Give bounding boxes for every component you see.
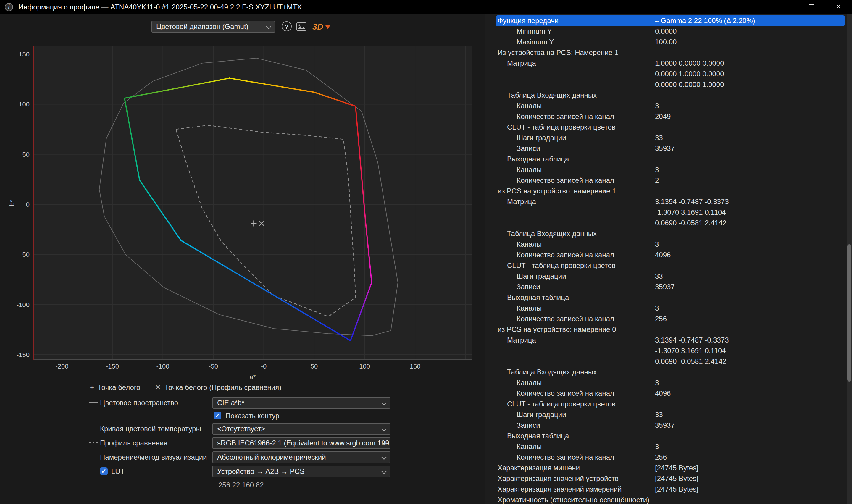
info-table-row[interactable]: Матрица3.1394 -0.7487 -0.3373 bbox=[485, 335, 847, 345]
plot-type-select[interactable]: Цветовой диапазон (Gamut) bbox=[151, 21, 275, 33]
svg-text:150: 150 bbox=[19, 51, 30, 58]
info-table-row[interactable]: Каналы3 bbox=[485, 303, 847, 313]
plus-marker-icon: + bbox=[90, 383, 94, 392]
info-table-row[interactable]: Записи35937 bbox=[485, 282, 847, 292]
info-row-value: 256 bbox=[655, 453, 847, 462]
info-row-label: Записи bbox=[485, 144, 655, 152]
colorspace-label: Цветовое пространство bbox=[100, 397, 178, 409]
info-table-row[interactable]: Выходная таблица bbox=[485, 431, 847, 441]
svg-text:-0: -0 bbox=[24, 201, 30, 208]
info-table-row[interactable]: Minimum Y0.0000 bbox=[485, 26, 847, 37]
info-table-row[interactable]: -1.3070 3.1691 0.1104 bbox=[485, 207, 847, 218]
info-row-label: Каналы bbox=[485, 240, 655, 249]
info-table-row[interactable]: Количество записей на канал2 bbox=[485, 175, 847, 186]
info-row-value: 4096 bbox=[655, 251, 847, 259]
info-table-row[interactable]: Записи35937 bbox=[485, 420, 847, 431]
maximize-button[interactable] bbox=[798, 0, 825, 14]
svg-text:150: 150 bbox=[410, 363, 421, 370]
info-table-row[interactable]: 0.0690 -0.0581 2.4142 bbox=[485, 218, 847, 228]
info-row-value: -1.3070 3.1691 0.1104 bbox=[655, 208, 847, 216]
info-row-value: 35937 bbox=[655, 421, 847, 430]
info-table-row[interactable]: CLUT - таблица проверки цветов bbox=[485, 260, 847, 271]
minimize-button[interactable] bbox=[771, 0, 798, 14]
lut-value: Устройство → A2B → PCS bbox=[217, 467, 304, 475]
dashed-line-icon bbox=[89, 443, 97, 443]
help-button[interactable]: ? bbox=[282, 21, 292, 31]
info-table-row[interactable]: Каналы3 bbox=[485, 239, 847, 250]
info-table-row[interactable]: CLUT - таблица проверки цветов bbox=[485, 399, 847, 409]
legend-white-point: +Точка белого bbox=[90, 382, 140, 393]
info-table-row[interactable]: Количество записей на канал2049 bbox=[485, 111, 847, 122]
info-table-row[interactable]: Шаги градации33 bbox=[485, 271, 847, 282]
info-table-row[interactable]: Количество записей на канал4096 bbox=[485, 250, 847, 260]
scrollbar[interactable] bbox=[847, 14, 852, 504]
info-table-row[interactable]: Каналы3 bbox=[485, 164, 847, 175]
scrollbar-thumb[interactable] bbox=[847, 244, 851, 381]
info-table-row[interactable]: Матрица3.1394 -0.7487 -0.3373 bbox=[485, 196, 847, 207]
svg-text:-100: -100 bbox=[156, 363, 169, 370]
lut-select[interactable]: Устройство → A2B → PCS bbox=[213, 466, 391, 478]
info-row-value: 2049 bbox=[655, 112, 847, 121]
info-row-label: Количество записей на канал bbox=[485, 251, 655, 259]
show-outline-checkbox[interactable]: ✓ bbox=[214, 412, 221, 419]
info-table-row[interactable]: Каналы3 bbox=[485, 377, 847, 388]
svg-text:-150: -150 bbox=[17, 351, 30, 359]
info-table-row[interactable]: Каналы3 bbox=[485, 101, 847, 111]
info-table-row[interactable]: Характеризация мишени[24745 Bytes] bbox=[485, 463, 847, 473]
info-table-row[interactable]: Хроматичность (относительно освещённости… bbox=[485, 494, 847, 504]
info-table-row[interactable]: Таблица Входящих данных bbox=[485, 90, 847, 101]
info-row-label: Характеризация значений измерений bbox=[485, 485, 655, 493]
temperature-curve-select[interactable]: <Отсутствует> bbox=[213, 423, 391, 435]
info-row-label: Шаги градации bbox=[485, 134, 655, 142]
info-table-row[interactable]: Характеризация значений измерений[24745 … bbox=[485, 484, 847, 494]
info-row-value: 100.00 bbox=[655, 38, 847, 46]
info-table-row[interactable]: Таблица Входящих данных bbox=[485, 228, 847, 239]
info-table-row[interactable]: Записи35937 bbox=[485, 143, 847, 154]
info-table-row[interactable]: Функция передачи≈ Gamma 2.22 100% (Δ 2.2… bbox=[496, 15, 845, 26]
info-table-row[interactable]: Количество записей на канал4096 bbox=[485, 388, 847, 399]
temperature-curve-label: Кривая цветовой температуры bbox=[100, 423, 201, 435]
info-row-label: Таблица Входящих данных bbox=[485, 230, 655, 238]
legend-white-point-comparison-label: Точка белого (Профиль сравнения) bbox=[164, 383, 281, 392]
info-row-label: из PCS на устройство: намерение 1 bbox=[485, 187, 655, 195]
info-table-row[interactable]: 0.0000 1.0000 0.0000 bbox=[485, 69, 847, 79]
check-icon: ✓ bbox=[215, 413, 220, 418]
info-table-row[interactable]: Характеризация значений устройств[24745 … bbox=[485, 473, 847, 484]
info-table-row[interactable]: Выходная таблица bbox=[485, 154, 847, 164]
info-table-row[interactable]: из PCS на устройство: намерение 0 bbox=[485, 324, 847, 335]
rendering-intent-select[interactable]: Абсолютный колориметрический bbox=[213, 451, 391, 463]
info-row-value: [24745 Bytes] bbox=[655, 474, 847, 483]
info-row-value: 0.0690 -0.0581 2.4142 bbox=[655, 219, 847, 227]
info-table-row[interactable]: CLUT - таблица проверки цветов bbox=[485, 122, 847, 132]
info-table-row[interactable]: Каналы3 bbox=[485, 441, 847, 452]
lut-checkbox[interactable]: ✓ bbox=[100, 467, 108, 475]
info-row-label: Характеризация мишени bbox=[485, 464, 655, 472]
info-table-row[interactable]: 0.0000 0.0000 1.0000 bbox=[485, 79, 847, 90]
info-table-row[interactable]: Maximum Y100.00 bbox=[485, 37, 847, 47]
info-table-row[interactable]: Из устройства на PCS: Намерение 1 bbox=[485, 47, 847, 58]
info-row-value: 3 bbox=[655, 443, 847, 451]
info-table-row[interactable]: Выходная таблица bbox=[485, 292, 847, 303]
info-table-row[interactable]: Количество записей на канал256 bbox=[485, 452, 847, 463]
3d-view-button[interactable]: 3D bbox=[312, 21, 330, 32]
info-rows: Функция передачи≈ Gamma 2.22 100% (Δ 2.2… bbox=[485, 15, 847, 504]
close-button[interactable]: ✕ bbox=[825, 0, 852, 14]
info-table-row[interactable]: -1.3070 3.1691 0.1104 bbox=[485, 345, 847, 356]
info-table-row[interactable]: 0.0690 -0.0581 2.4142 bbox=[485, 356, 847, 367]
colorspace-select[interactable]: CIE a*b* bbox=[213, 397, 391, 409]
info-row-value: 4096 bbox=[655, 389, 847, 397]
info-table-row[interactable]: Количество записей на канал256 bbox=[485, 313, 847, 324]
info-table-row[interactable]: Матрица1.0000 0.0000 0.0000 bbox=[485, 58, 847, 69]
profile-info-table: Функция передачи≈ Gamma 2.22 100% (Δ 2.2… bbox=[485, 14, 852, 504]
info-table-row[interactable]: из PCS на устройство: намерение 1 bbox=[485, 186, 847, 196]
info-table-row[interactable]: Шаги градации33 bbox=[485, 132, 847, 143]
info-row-value: 35937 bbox=[655, 144, 847, 152]
svg-text:-0: -0 bbox=[261, 363, 267, 370]
save-image-button[interactable] bbox=[296, 22, 307, 31]
comparison-profile-select[interactable]: sRGB IEC61966-2.1 (Equivalent to www.srg… bbox=[213, 437, 391, 449]
info-table-row[interactable]: Таблица Входящих данных bbox=[485, 367, 847, 377]
info-row-label: из PCS на устройство: намерение 0 bbox=[485, 325, 655, 334]
info-row-value: 0.0000 0.0000 1.0000 bbox=[655, 80, 847, 89]
info-table-row[interactable]: Шаги градации33 bbox=[485, 409, 847, 420]
info-row-value: 0.0000 bbox=[655, 27, 847, 36]
